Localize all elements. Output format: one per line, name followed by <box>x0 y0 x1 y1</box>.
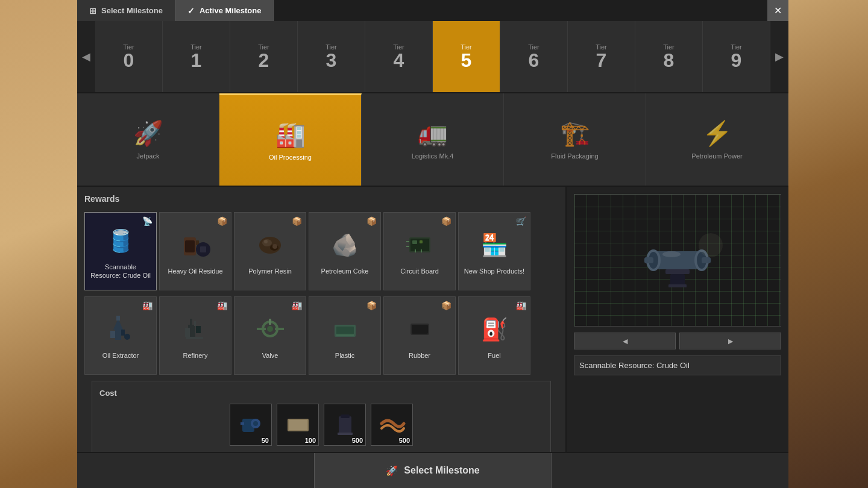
reward-new-shop[interactable]: 🛒 🏪 New Shop Products! <box>458 212 530 290</box>
preview-image <box>574 194 781 327</box>
milestone-petroleum-power[interactable]: ⚡ Petroleum Power <box>646 93 788 186</box>
svg-rect-56 <box>702 257 711 263</box>
item-badge-1: 📦 <box>217 216 227 226</box>
svg-point-57 <box>662 251 681 257</box>
tier-nav-right[interactable]: ▶ <box>770 21 788 92</box>
svg-rect-37 <box>336 334 354 336</box>
preview-btn-left[interactable]: ◀ <box>574 333 676 349</box>
reward-crude-oil[interactable]: 📡 🛢️ Scannable Resource: Crude Oil <box>84 212 157 290</box>
reward-oil-extractor[interactable]: 🏭 Oil Extractor <box>84 296 157 375</box>
building-badge-3: 🏭 <box>292 301 302 310</box>
reward-refinery[interactable]: 🏭 Refinery <box>159 296 231 375</box>
logistics-icon: 🚛 <box>418 119 448 148</box>
oil-extractor-icon <box>102 311 139 348</box>
item-badge-5: 📦 <box>366 301 377 310</box>
preview-controls: ◀ ▶ <box>574 333 781 349</box>
reward-circuit-board[interactable]: 📦 Circuit Board <box>383 212 456 290</box>
tier-nav-left[interactable]: ◀ <box>77 21 95 92</box>
tier-9[interactable]: Tier 9 <box>703 21 770 92</box>
preview-name: Scannable Resource: Crude Oil <box>574 355 781 375</box>
circuit-board-icon <box>401 227 438 263</box>
svg-rect-4 <box>200 246 206 252</box>
petroleum-coke-icon: 🪨 <box>327 227 363 263</box>
milestone-jetpack[interactable]: 🚀 Jetpack <box>77 93 219 186</box>
item-badge-3: 📦 <box>366 216 377 226</box>
svg-point-31 <box>267 326 273 332</box>
cost-item-wire: 500 <box>371 404 413 446</box>
svg-point-42 <box>253 421 258 426</box>
svg-rect-45 <box>289 420 307 430</box>
svg-rect-19 <box>110 331 115 338</box>
polymer-resin-icon <box>252 227 288 263</box>
reward-heavy-oil[interactable]: 📦 Heavy Oil Residue <box>159 212 231 290</box>
svg-rect-46 <box>339 416 351 433</box>
reward-plastic[interactable]: 📦 Plastic <box>309 296 381 375</box>
svg-point-9 <box>272 244 277 249</box>
svg-rect-29 <box>186 337 203 339</box>
svg-point-58 <box>699 233 723 257</box>
svg-rect-48 <box>341 414 350 418</box>
cost-item-motor: 50 <box>230 404 272 446</box>
svg-point-23 <box>124 334 130 340</box>
bottom-bar: 🚀 Select Milestone <box>77 452 788 488</box>
tab-active-milestone[interactable]: ✓ Active Milestone <box>175 0 274 21</box>
fluid-packaging-icon: 🏗️ <box>560 119 590 148</box>
tier-6[interactable]: Tier 6 <box>500 21 568 92</box>
reward-fuel[interactable]: 🏭 ⛽ Fuel <box>458 296 530 375</box>
building-badge-1: 🏭 <box>142 301 153 310</box>
svg-rect-59 <box>665 269 690 274</box>
shop-badge: 🛒 <box>516 216 526 226</box>
building-badge-4: 🏭 <box>516 301 526 310</box>
cost-section: Cost 50 100 500 <box>92 381 551 452</box>
tier-3[interactable]: Tier 3 <box>298 21 365 92</box>
tier-1[interactable]: Tier 1 <box>163 21 230 92</box>
svg-rect-28 <box>194 321 196 326</box>
rewards-row-1: 📡 🛢️ Scannable Resource: Crude Oil 📦 Hea… <box>84 212 558 290</box>
close-button[interactable]: ✕ <box>767 0 788 21</box>
refinery-icon <box>177 311 213 348</box>
item-badge-6: 📦 <box>441 301 451 310</box>
crude-oil-icon: 🛢️ <box>102 223 139 259</box>
select-milestone-button[interactable]: 🚀 Select Milestone <box>314 453 552 488</box>
milestone-modal: ⊞ Select Milestone ✓ Active Milestone ✕ … <box>77 0 788 488</box>
svg-rect-12 <box>412 240 417 244</box>
svg-point-8 <box>264 240 268 243</box>
svg-rect-25 <box>185 328 190 337</box>
milestone-oil-processing[interactable]: 🏭 Oil Processing <box>219 93 362 186</box>
tier-5[interactable]: Tier 5 <box>433 21 500 92</box>
tier-2[interactable]: Tier 2 <box>230 21 298 92</box>
petroleum-power-icon: ⚡ <box>702 119 732 148</box>
rewards-label: Rewards <box>84 194 558 204</box>
tier-row: ◀ Tier 0 Tier 1 Tier 2 Tier 3 Tier 4 Tie… <box>77 21 788 93</box>
svg-rect-47 <box>338 433 353 435</box>
svg-rect-33 <box>275 328 284 330</box>
building-badge-2: 🏭 <box>217 301 227 310</box>
svg-rect-13 <box>420 240 423 243</box>
tier-4[interactable]: Tier 4 <box>365 21 433 92</box>
item-badge-2: 📦 <box>292 216 302 226</box>
milestone-fluid-packaging[interactable]: 🏗️ Fluid Packaging <box>504 93 646 186</box>
tier-0[interactable]: Tier 0 <box>95 21 163 92</box>
preview-item-svg <box>617 212 738 308</box>
reward-valve[interactable]: 🏭 Valve <box>234 296 306 375</box>
reward-petroleum-coke[interactable]: 📦 🪨 Petroleum Coke <box>309 212 381 290</box>
tab-select-milestone[interactable]: ⊞ Select Milestone <box>77 0 175 21</box>
select-milestone-label: Select Milestone <box>404 465 479 476</box>
milestone-row: 🚀 Jetpack 🏭 Oil Processing 🚛 Logistics M… <box>77 93 788 187</box>
tier-8[interactable]: Tier 8 <box>635 21 703 92</box>
tier-7[interactable]: Tier 7 <box>568 21 635 92</box>
reward-rubber[interactable]: 📦 Rubber <box>383 296 456 375</box>
preview-btn-right[interactable]: ▶ <box>679 333 781 349</box>
resource-badge-1: 📡 <box>142 216 153 226</box>
svg-rect-43 <box>241 422 244 425</box>
heavy-oil-icon <box>177 227 213 263</box>
tab-active-label: Active Milestone <box>200 6 262 15</box>
milestone-logistics-mk4[interactable]: 🚛 Logistics Mk.4 <box>362 93 504 186</box>
svg-rect-32 <box>257 328 266 330</box>
reward-polymer-resin[interactable]: 📦 Polymer Resin <box>234 212 306 290</box>
grid-icon: ⊞ <box>89 6 96 16</box>
svg-rect-34 <box>269 319 271 325</box>
cost-item-rubber: 100 <box>277 404 319 446</box>
plastic-icon <box>327 311 363 348</box>
svg-rect-61 <box>668 284 687 287</box>
